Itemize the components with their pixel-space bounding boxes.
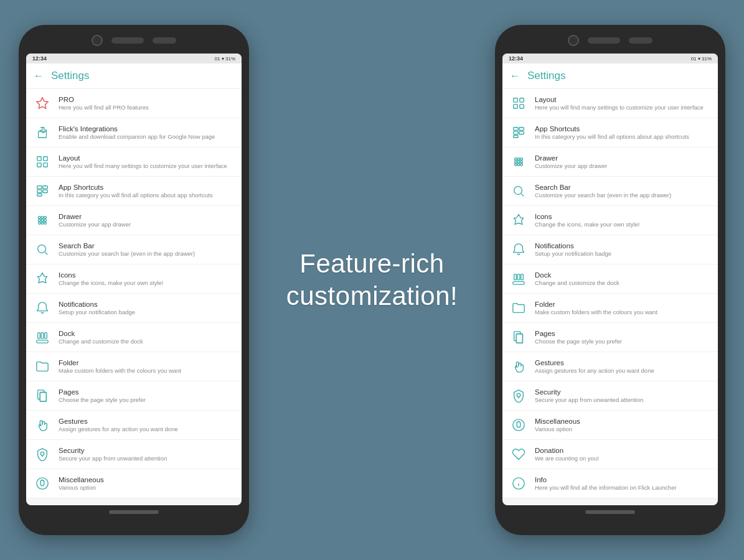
back-arrow-right[interactable]: ← [510, 70, 520, 82]
settings-item-pages2[interactable]: Pages Choose the page style you prefer [502, 323, 718, 352]
phone-top-bar-left [26, 32, 242, 49]
home-bar-left [109, 510, 159, 514]
settings-item-shortcuts[interactable]: App Shortcuts In this category you will … [26, 177, 242, 206]
settings-item-searchbar[interactable]: Search Bar Customize your search bar (ev… [26, 235, 242, 264]
svg-rect-2 [37, 157, 41, 161]
settings-item-shortcuts2[interactable]: App Shortcuts In this category you will … [502, 118, 718, 147]
security-icon [510, 387, 527, 404]
misc-icon [510, 416, 527, 434]
svg-point-40 [517, 158, 520, 161]
settings-item-gestures[interactable]: Gestures Assign gestures for any action … [26, 411, 242, 440]
item-desc-shortcuts2: In this category you will find all optio… [535, 133, 710, 140]
item-desc-gestures: Assign gestures for any action you want … [59, 426, 234, 432]
settings-header-right: ← Settings [502, 63, 718, 89]
settings-item-folder[interactable]: Folder Make custom folders with the colo… [26, 352, 242, 381]
item-title-security2: Security [535, 388, 710, 396]
pages-icon [510, 329, 527, 346]
svg-rect-27 [40, 393, 46, 402]
item-title-pages2: Pages [535, 330, 710, 337]
item-desc-pages: Choose the page style you prefer [59, 396, 234, 403]
svg-point-46 [517, 164, 520, 166]
svg-rect-10 [37, 194, 42, 197]
settings-item-notifications[interactable]: Notifications Setup your notification ba… [26, 294, 242, 323]
svg-rect-7 [43, 186, 47, 189]
item-title-shortcuts: App Shortcuts [59, 184, 234, 191]
settings-item-security[interactable]: Security Secure your app from unwanted a… [26, 440, 242, 469]
icons-icon [34, 270, 51, 287]
security-icon [34, 446, 51, 463]
status-time-left: 12:34 [32, 55, 47, 62]
dock-icon [510, 270, 527, 287]
settings-item-pro[interactable]: PRO Here you will find all PRO features [26, 89, 242, 118]
item-title-layout2: Layout [535, 96, 710, 103]
settings-item-dock[interactable]: Dock Change and customize the dock [26, 323, 242, 352]
settings-item-misc[interactable]: Miscellaneous Various option [26, 469, 242, 498]
item-desc-dock: Change and customize the dock [59, 338, 234, 345]
svg-rect-30 [514, 98, 517, 102]
item-title-donation: Donation [535, 447, 710, 454]
settings-item-flicks[interactable]: Flick's Integrations Enable and download… [26, 118, 242, 147]
settings-item-donation[interactable]: Donation We are counting on you! [502, 440, 718, 469]
settings-item-drawer2[interactable]: Drawer Customize your app drawer [502, 147, 718, 177]
camera-left [92, 35, 103, 46]
item-desc-gestures2: Assign gestures for any action you want … [535, 367, 710, 374]
drawer-icon [34, 212, 51, 229]
settings-item-notifications2[interactable]: Notifications Setup your notification ba… [502, 235, 718, 264]
item-desc-drawer2: Customize your app drawer [535, 162, 710, 169]
settings-item-icons[interactable]: Icons Change the icons, make your own st… [26, 264, 242, 294]
back-arrow-left[interactable]: ← [34, 70, 44, 82]
pages-icon [34, 387, 51, 404]
center-text-area: Feature-rich customization! [249, 235, 495, 325]
settings-item-pages[interactable]: Pages Choose the page style you prefer [26, 381, 242, 411]
status-icons-right: 01 ▾ 31% [691, 56, 712, 62]
svg-rect-32 [514, 105, 517, 108]
status-time-right: 12:34 [509, 55, 523, 62]
speaker-right [588, 37, 620, 44]
item-title-searchbar2: Search Bar [535, 184, 710, 191]
settings-item-info[interactable]: Info Here you will find all the informat… [502, 469, 718, 498]
settings-item-layout2[interactable]: Layout Here you will find many settings … [502, 89, 718, 118]
folder-icon [34, 358, 51, 375]
svg-rect-5 [44, 163, 47, 167]
svg-rect-3 [44, 157, 47, 161]
item-desc-info: Here you will find all the information o… [535, 484, 710, 491]
item-desc-shortcuts: In this category you will find all optio… [59, 192, 234, 198]
item-desc-notifications2: Setup your notification badge [535, 250, 710, 257]
svg-point-19 [44, 222, 47, 225]
svg-rect-36 [514, 131, 518, 134]
item-desc-security: Secure your app from unwanted attention [59, 455, 234, 462]
settings-item-security2[interactable]: Security Secure your app from unwanted a… [502, 381, 718, 411]
notifications-icon [510, 241, 527, 258]
svg-point-14 [39, 219, 41, 222]
item-desc-pages2: Choose the page style you prefer [535, 338, 710, 345]
svg-rect-33 [520, 105, 524, 108]
status-bar-right: 12:34 01 ▾ 31% [502, 54, 718, 63]
svg-rect-38 [514, 136, 518, 138]
settings-item-misc2[interactable]: Miscellaneous Various option [502, 411, 718, 440]
settings-item-gestures2[interactable]: Gestures Assign gestures for any action … [502, 352, 718, 381]
settings-item-icons2[interactable]: Icons Change the icons, make your own st… [502, 206, 718, 235]
shortcuts-icon [34, 182, 51, 200]
item-title-misc: Miscellaneous [59, 476, 234, 483]
item-desc-folder: Make custom folders with the colours you… [59, 367, 234, 374]
item-title-pro: PRO [59, 96, 234, 103]
item-title-shortcuts2: App Shortcuts [535, 125, 710, 133]
settings-title-right: Settings [527, 70, 565, 82]
settings-item-searchbar2[interactable]: Search Bar Customize your search bar (ev… [502, 177, 718, 206]
gestures-icon [510, 358, 527, 375]
svg-rect-22 [37, 340, 48, 343]
settings-item-dock2[interactable]: Dock Change and customize the dock [502, 264, 718, 294]
svg-point-44 [520, 161, 523, 163]
settings-item-folder2[interactable]: Folder Make custom folders with the colo… [502, 294, 718, 323]
camera-right [568, 35, 579, 46]
feature-text: Feature-rich customization! [286, 248, 458, 313]
svg-rect-24 [41, 333, 44, 338]
left-phone: 12:34 01 ▾ 31% ← Settings PRO Here you w… [19, 25, 249, 535]
svg-point-47 [520, 164, 523, 166]
settings-item-drawer[interactable]: Drawer Customize your app drawer [26, 206, 242, 235]
svg-rect-4 [37, 163, 41, 167]
svg-point-41 [520, 158, 523, 161]
item-desc-icons: Change the icons, make your own style! [59, 279, 234, 286]
item-desc-searchbar2: Customize your search bar (even in the a… [535, 192, 710, 198]
settings-item-layout[interactable]: Layout Here you will find many settings … [26, 147, 242, 177]
